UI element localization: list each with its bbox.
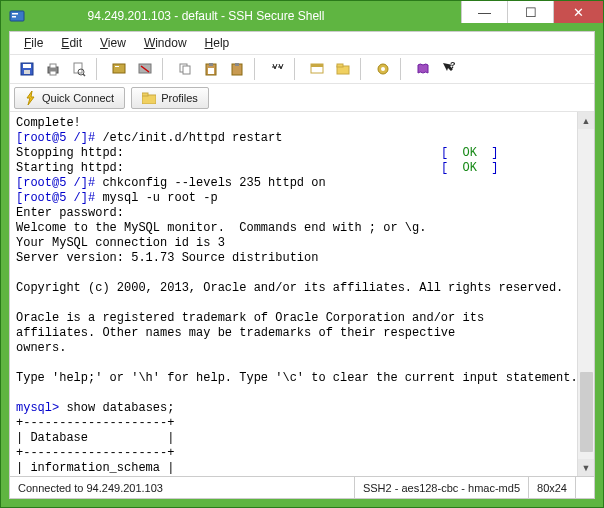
folder-icon <box>142 92 156 104</box>
svg-rect-4 <box>23 64 31 68</box>
status-cipher: SSH2 - aes128-cbc - hmac-md5 <box>355 477 529 498</box>
status-connection: Connected to 94.249.201.103 <box>10 477 355 498</box>
scroll-up-icon[interactable]: ▲ <box>578 112 594 129</box>
toolbar-separator <box>294 58 300 80</box>
new-terminal-icon[interactable] <box>306 58 328 80</box>
maximize-button[interactable]: ☐ <box>507 1 553 23</box>
find-icon[interactable] <box>266 58 288 80</box>
client-area: File Edit View Window Help ? Quick Conne… <box>9 31 595 499</box>
close-button[interactable]: ✕ <box>553 1 603 23</box>
help-book-icon[interactable] <box>412 58 434 80</box>
whats-this-icon[interactable]: ? <box>438 58 460 80</box>
toolbar-separator <box>96 58 102 80</box>
toolbar: ? <box>10 54 594 84</box>
paste-icon[interactable] <box>200 58 222 80</box>
minimize-button[interactable]: — <box>461 1 507 23</box>
terminal-area: Complete! [root@5 /]# /etc/init.d/httpd … <box>10 112 594 476</box>
svg-rect-7 <box>50 64 56 68</box>
titlebar: 94.249.201.103 - default - SSH Secure Sh… <box>1 1 603 31</box>
connection-toolbar: Quick Connect Profiles <box>10 84 594 112</box>
menubar: File Edit View Window Help <box>10 32 594 54</box>
statusbar: Connected to 94.249.201.103 SSH2 - aes12… <box>10 476 594 498</box>
menu-window[interactable]: Window <box>136 34 195 52</box>
menu-edit[interactable]: Edit <box>53 34 90 52</box>
svg-line-11 <box>83 74 85 76</box>
vertical-scrollbar[interactable]: ▲ ▼ <box>577 112 594 476</box>
toolbar-separator <box>254 58 260 80</box>
svg-rect-20 <box>208 68 214 74</box>
svg-rect-26 <box>337 64 343 67</box>
print-icon[interactable] <box>42 58 64 80</box>
clipboard-icon[interactable] <box>226 58 248 80</box>
svg-rect-19 <box>209 63 213 66</box>
menu-file[interactable]: File <box>16 34 51 52</box>
window-controls: — ☐ ✕ <box>461 1 603 31</box>
status-size: 80x24 <box>529 477 576 498</box>
save-icon[interactable] <box>16 58 38 80</box>
profiles-button[interactable]: Profiles <box>131 87 209 109</box>
resize-grip-icon[interactable] <box>576 477 594 498</box>
svg-rect-31 <box>142 93 148 96</box>
menu-view[interactable]: View <box>92 34 134 52</box>
svg-rect-5 <box>24 70 30 74</box>
svg-rect-24 <box>311 64 323 67</box>
scroll-down-icon[interactable]: ▼ <box>578 459 594 476</box>
scroll-thumb[interactable] <box>580 372 593 452</box>
svg-rect-22 <box>235 63 239 66</box>
profiles-label: Profiles <box>161 92 198 104</box>
settings-icon[interactable] <box>372 58 394 80</box>
quick-connect-label: Quick Connect <box>42 92 114 104</box>
toolbar-separator <box>400 58 406 80</box>
menu-help[interactable]: Help <box>197 34 238 52</box>
copy-icon[interactable] <box>174 58 196 80</box>
quick-connect-button[interactable]: Quick Connect <box>14 87 125 109</box>
toolbar-separator <box>360 58 366 80</box>
file-transfer-icon[interactable] <box>332 58 354 80</box>
svg-text:?: ? <box>450 61 456 70</box>
svg-rect-12 <box>113 64 125 73</box>
svg-rect-8 <box>50 71 56 75</box>
window-title: 94.249.201.103 - default - SSH Secure Sh… <box>0 9 461 23</box>
svg-rect-13 <box>115 66 119 67</box>
connect-icon[interactable] <box>108 58 130 80</box>
terminal[interactable]: Complete! [root@5 /]# /etc/init.d/httpd … <box>10 112 577 476</box>
svg-point-28 <box>381 67 385 71</box>
toolbar-separator <box>162 58 168 80</box>
lightning-icon <box>25 91 37 105</box>
preview-icon[interactable] <box>68 58 90 80</box>
disconnect-icon[interactable] <box>134 58 156 80</box>
svg-rect-17 <box>183 66 190 74</box>
